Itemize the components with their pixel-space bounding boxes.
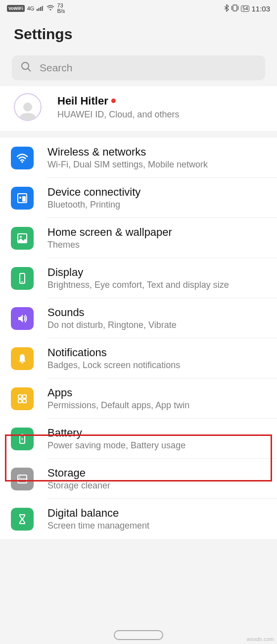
setting-home-wallpaper[interactable]: Home screen & wallpaper Themes bbox=[0, 218, 277, 258]
svg-rect-22 bbox=[23, 399, 26, 403]
svg-rect-2 bbox=[40, 7, 41, 11]
setting-device-connectivity[interactable]: Device connectivity Bluetooth, Printing bbox=[0, 178, 277, 218]
signal-label: 4G bbox=[27, 5, 35, 11]
settings-list: Wireless & networks Wi-Fi, Dual SIM sett… bbox=[0, 138, 277, 539]
setting-title: Digital balance bbox=[47, 507, 268, 520]
svg-rect-13 bbox=[22, 196, 26, 202]
speed-indicator: 73 B/s bbox=[57, 3, 65, 14]
setting-title: Device connectivity bbox=[47, 186, 268, 199]
svg-rect-5 bbox=[233, 5, 237, 11]
setting-subtitle: Badges, Lock screen notifications bbox=[47, 360, 268, 371]
svg-rect-24 bbox=[21, 434, 23, 435]
search-placeholder: Search bbox=[40, 62, 73, 74]
setting-title: Storage bbox=[47, 467, 268, 480]
setting-title: Sounds bbox=[47, 306, 268, 319]
nav-pill[interactable] bbox=[114, 630, 163, 640]
setting-sounds[interactable]: Sounds Do not disturb, Ringtone, Vibrate bbox=[0, 298, 277, 338]
svg-line-9 bbox=[28, 69, 31, 72]
setting-wireless-networks[interactable]: Wireless & networks Wi-Fi, Dual SIM sett… bbox=[0, 138, 277, 178]
notification-dot-icon bbox=[111, 99, 116, 103]
wallpaper-icon bbox=[11, 227, 34, 250]
account-subtitle: HUAWEI ID, Cloud, and others bbox=[57, 109, 179, 120]
setting-subtitle: Themes bbox=[47, 240, 268, 250]
device-icon bbox=[11, 187, 34, 210]
setting-storage[interactable]: Storage Storage cleaner bbox=[0, 459, 277, 499]
setting-title: Battery bbox=[47, 427, 268, 439]
vibrate-icon bbox=[231, 4, 239, 13]
setting-subtitle: Screen time management bbox=[47, 521, 268, 531]
setting-title: Display bbox=[47, 266, 268, 279]
setting-notifications[interactable]: Notifications Badges, Lock screen notifi… bbox=[0, 338, 277, 378]
bluetooth-icon bbox=[224, 4, 229, 13]
status-right: 54 11:03 bbox=[224, 4, 270, 13]
setting-title: Notifications bbox=[47, 346, 268, 359]
notifications-icon bbox=[11, 347, 34, 370]
sounds-icon bbox=[11, 307, 34, 330]
setting-subtitle: Storage cleaner bbox=[47, 481, 268, 491]
setting-title: Apps bbox=[47, 386, 268, 399]
svg-point-11 bbox=[21, 161, 23, 163]
setting-subtitle: Do not disturb, Ringtone, Vibrate bbox=[47, 320, 268, 330]
vowifi-badge: VoWiFi bbox=[7, 5, 25, 12]
search-input[interactable]: Search bbox=[12, 55, 265, 80]
svg-point-27 bbox=[19, 476, 20, 477]
signal-bars-icon bbox=[37, 4, 44, 12]
setting-subtitle: Wi-Fi, Dual SIM settings, Mobile network bbox=[47, 160, 268, 170]
apps-icon bbox=[11, 387, 34, 410]
setting-subtitle: Brightness, Eye comfort, Text and displa… bbox=[47, 280, 268, 290]
setting-subtitle: Permissions, Default apps, App twin bbox=[47, 400, 268, 411]
svg-rect-19 bbox=[18, 395, 22, 398]
watermark: wsxdn.com bbox=[247, 636, 274, 642]
display-icon bbox=[11, 267, 34, 290]
setting-display[interactable]: Display Brightness, Eye comfort, Text an… bbox=[0, 258, 277, 298]
setting-apps[interactable]: Apps Permissions, Default apps, App twin bbox=[0, 378, 277, 419]
svg-point-16 bbox=[20, 236, 22, 238]
setting-subtitle: Bluetooth, Printing bbox=[47, 200, 268, 210]
account-row[interactable]: Heil Hitler HUAWEI ID, Cloud, and others bbox=[0, 86, 277, 131]
search-icon bbox=[21, 61, 32, 74]
svg-rect-0 bbox=[37, 9, 38, 11]
svg-rect-21 bbox=[18, 399, 22, 403]
account-name: Heil Hitler bbox=[57, 95, 179, 107]
setting-title: Home screen & wallpaper bbox=[47, 226, 268, 239]
svg-point-4 bbox=[50, 9, 51, 10]
svg-point-10 bbox=[23, 103, 32, 111]
svg-rect-20 bbox=[23, 395, 26, 398]
balance-icon bbox=[11, 508, 34, 531]
setting-digital-balance[interactable]: Digital balance Screen time management bbox=[0, 499, 277, 539]
setting-title: Wireless & networks bbox=[47, 146, 268, 159]
svg-point-14 bbox=[19, 197, 21, 199]
battery-setting-icon bbox=[11, 428, 34, 450]
status-bar: VoWiFi 4G 73 B/s 54 11:03 bbox=[0, 0, 277, 15]
status-left: VoWiFi 4G 73 B/s bbox=[7, 3, 65, 14]
battery-icon: 54 bbox=[241, 5, 249, 12]
wifi-icon bbox=[11, 147, 34, 169]
clock: 11:03 bbox=[251, 4, 270, 13]
svg-rect-1 bbox=[39, 8, 40, 11]
svg-point-8 bbox=[22, 62, 29, 69]
avatar bbox=[14, 93, 42, 121]
svg-point-28 bbox=[19, 480, 20, 481]
setting-subtitle: Power saving mode, Battery usage bbox=[47, 440, 268, 451]
setting-battery[interactable]: Battery Power saving mode, Battery usage bbox=[0, 419, 277, 459]
storage-icon bbox=[11, 468, 34, 490]
svg-rect-3 bbox=[42, 6, 43, 11]
wifi-status-icon bbox=[46, 4, 54, 12]
page-title: Settings bbox=[0, 15, 277, 55]
